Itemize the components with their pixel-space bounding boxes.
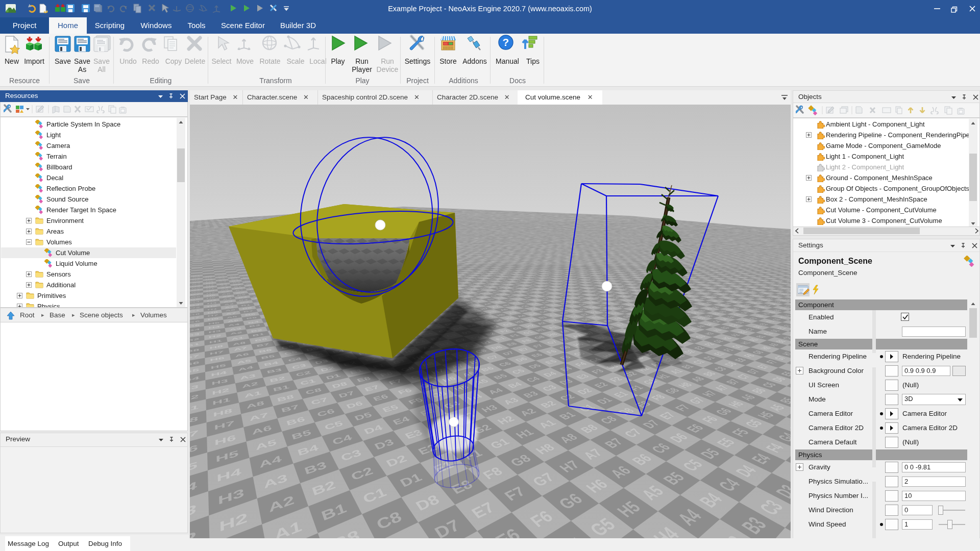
svg-text:?: ?: [503, 36, 509, 48]
